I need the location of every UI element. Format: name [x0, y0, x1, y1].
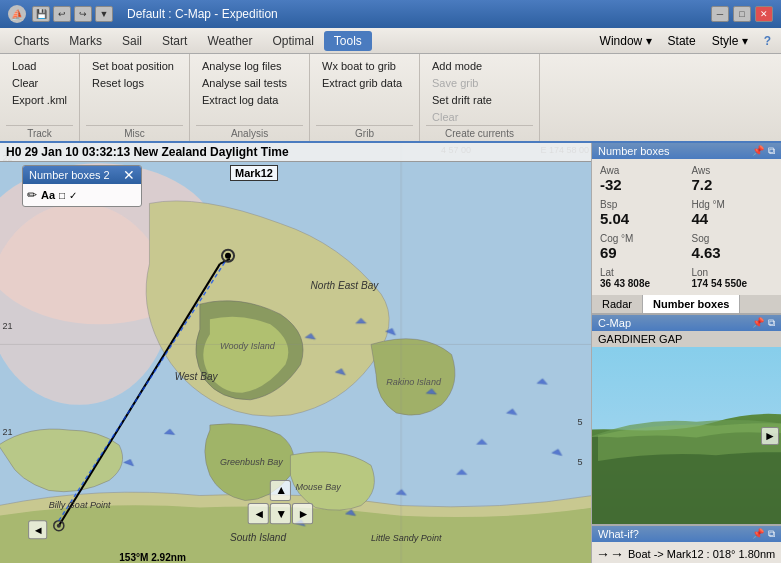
whatif-title: What-if?: [598, 528, 639, 540]
titlebar: ⛵ 💾 ↩ ↪ ▼ Default : C-Map - Expedition ─…: [0, 0, 781, 28]
panel-tabs: Radar Number boxes: [592, 295, 781, 314]
analyse-sail-tests-btn[interactable]: Analyse sail tests: [196, 75, 303, 91]
svg-text:Greenbush Bay: Greenbush Bay: [220, 457, 283, 467]
nb-cell-lat: Lat 36 43 808e: [596, 265, 686, 291]
ribbon: Load Clear Export .kml Track Set boat po…: [0, 54, 781, 143]
quick-redo-btn[interactable]: ↪: [74, 6, 92, 22]
load-btn[interactable]: Load: [6, 58, 73, 74]
add-mode-btn[interactable]: Add mode: [426, 58, 533, 74]
nb-cell-aws: Aws 7.2: [688, 163, 778, 195]
svg-text:21: 21: [2, 427, 12, 437]
pencil-icon: ✏: [27, 188, 37, 202]
nb-panel-header: Number boxes 📌 ⧉: [592, 143, 781, 159]
titlebar-left: ⛵ 💾 ↩ ↪ ▼ Default : C-Map - Expedition: [8, 5, 278, 23]
mark-label: Mark12: [230, 165, 278, 181]
nb-float-close[interactable]: ✕: [123, 168, 135, 182]
analysis-label: Analysis: [196, 125, 303, 139]
svg-text:5: 5: [578, 457, 583, 467]
save-grib-btn: Save grib: [426, 75, 533, 91]
cmap-pin-icon[interactable]: 📌: [752, 317, 764, 329]
ribbon-group-create-currents: Add mode Save grib Set drift rate Clear …: [420, 54, 540, 141]
menubar-right: Window ▾ State Style ▾ ?: [594, 32, 777, 50]
nb-float-small-icon1: □: [59, 190, 65, 201]
grib-buttons: Wx boat to grib Extract grib data: [316, 58, 413, 125]
svg-text:Rakino Island: Rakino Island: [386, 377, 442, 387]
svg-text:North East Bay: North East Bay: [311, 280, 380, 291]
nb-cell-sog: Sog 4.63: [688, 231, 778, 263]
svg-text:Woody Island: Woody Island: [220, 341, 276, 351]
svg-text:◄: ◄: [253, 507, 265, 521]
quick-access: 💾 ↩ ↪ ▼: [32, 6, 113, 22]
analyse-log-files-btn[interactable]: Analyse log files: [196, 58, 303, 74]
menu-window[interactable]: Window ▾: [594, 32, 658, 50]
quick-save-btn[interactable]: 💾: [32, 6, 50, 22]
nb-cell-awa: Awa -32: [596, 163, 686, 195]
nb-cell-lon: Lon 174 54 550e: [688, 265, 778, 291]
tab-radar[interactable]: Radar: [592, 295, 643, 313]
nb-float-title: Number boxes 2: [29, 169, 110, 181]
set-drift-rate-btn[interactable]: Set drift rate: [426, 92, 533, 108]
create-currents-label: Create currents: [426, 125, 533, 139]
close-btn[interactable]: ✕: [755, 6, 773, 22]
extract-log-data-btn[interactable]: Extract log data: [196, 92, 303, 108]
whatif-row: →→ Boat -> Mark12 : 018° 1.80nm: [596, 546, 777, 562]
svg-point-8: [225, 253, 231, 259]
titlebar-controls: ─ □ ✕: [711, 6, 773, 22]
wx-boat-to-grib-btn[interactable]: Wx boat to grib: [316, 58, 413, 74]
export-kml-btn[interactable]: Export .kml: [6, 92, 73, 108]
menu-state[interactable]: State: [662, 32, 702, 50]
menu-start[interactable]: Start: [152, 31, 197, 51]
cmap-title: C-Map: [598, 317, 631, 329]
svg-text:▲: ▲: [275, 483, 287, 497]
menu-marks[interactable]: Marks: [59, 31, 112, 51]
nb-cell-bsp: Bsp 5.04: [596, 197, 686, 229]
ribbon-group-analysis: Analyse log files Analyse sail tests Ext…: [190, 54, 310, 141]
grib-label: Grib: [316, 125, 413, 139]
extract-grib-data-btn[interactable]: Extract grib data: [316, 75, 413, 91]
clear-btn-track[interactable]: Clear: [6, 75, 73, 91]
cmap-panel-header: C-Map 📌 ⧉: [592, 315, 781, 331]
menu-sail[interactable]: Sail: [112, 31, 152, 51]
svg-text:West Bay: West Bay: [175, 371, 219, 382]
svg-text:◄: ◄: [33, 524, 44, 536]
svg-text:Little Sandy Point: Little Sandy Point: [371, 533, 442, 543]
cmap-panel: C-Map 📌 ⧉ GARDINER GAP: [592, 315, 781, 525]
reset-logs-btn[interactable]: Reset logs: [86, 75, 183, 91]
whatif-text: Boat -> Mark12 : 018° 1.80nm: [628, 548, 775, 560]
nb-float-small-icon2: ✓: [69, 190, 77, 201]
number-boxes-float: Number boxes 2 ✕ ✏ Aa □ ✓: [22, 165, 142, 207]
menu-optimal[interactable]: Optimal: [263, 31, 324, 51]
nb-float-icon[interactable]: ⧉: [768, 145, 775, 157]
cmap-scroll-right[interactable]: ►: [761, 427, 779, 445]
quick-menu-btn[interactable]: ▼: [95, 6, 113, 22]
menu-style[interactable]: Style ▾: [706, 32, 754, 50]
maximize-btn[interactable]: □: [733, 6, 751, 22]
help-icon[interactable]: ?: [758, 32, 777, 50]
map-timestamp: H0 29 Jan 10 03:32:13 New Zealand Daylig…: [0, 143, 591, 162]
whatif-panel: What-if? 📌 ⧉ →→ Boat -> Mark12 : 018° 1.…: [592, 525, 781, 563]
menu-charts[interactable]: Charts: [4, 31, 59, 51]
menu-weather[interactable]: Weather: [197, 31, 262, 51]
tab-number-boxes[interactable]: Number boxes: [643, 295, 740, 313]
right-panel: Number boxes 📌 ⧉ Awa -32 Aws 7.2 Bsp: [591, 143, 781, 563]
cmap-float-icon[interactable]: ⧉: [768, 317, 775, 329]
ribbon-group-grib: Wx boat to grib Extract grib data Grib: [310, 54, 420, 141]
analysis-buttons: Analyse log files Analyse sail tests Ext…: [196, 58, 303, 125]
set-boat-position-btn[interactable]: Set boat position: [86, 58, 183, 74]
whatif-pin-icon[interactable]: 📌: [752, 528, 764, 540]
app-icon: ⛵: [8, 5, 26, 23]
nb-pin-icon[interactable]: 📌: [752, 145, 764, 157]
minimize-btn[interactable]: ─: [711, 6, 729, 22]
track-label: Track: [6, 125, 73, 139]
whatif-arrows: →→: [596, 546, 624, 562]
nb-float-body: ✏ Aa □ ✓: [23, 184, 141, 206]
whatif-float-icon[interactable]: ⧉: [768, 528, 775, 540]
svg-text:▼: ▼: [275, 507, 287, 521]
menu-tools[interactable]: Tools: [324, 31, 372, 51]
map-area[interactable]: 22 21 21 5 5 153°M 2.92nm North East Bay…: [0, 143, 591, 563]
quick-undo-btn[interactable]: ↩: [53, 6, 71, 22]
nb-panel-title: Number boxes: [598, 145, 670, 157]
nb-grid: Awa -32 Aws 7.2 Bsp 5.04 Hdg °M 44 Cog °…: [592, 159, 781, 295]
misc-buttons: Set boat position Reset logs: [86, 58, 183, 125]
titlebar-title: Default : C-Map - Expedition: [127, 7, 278, 21]
